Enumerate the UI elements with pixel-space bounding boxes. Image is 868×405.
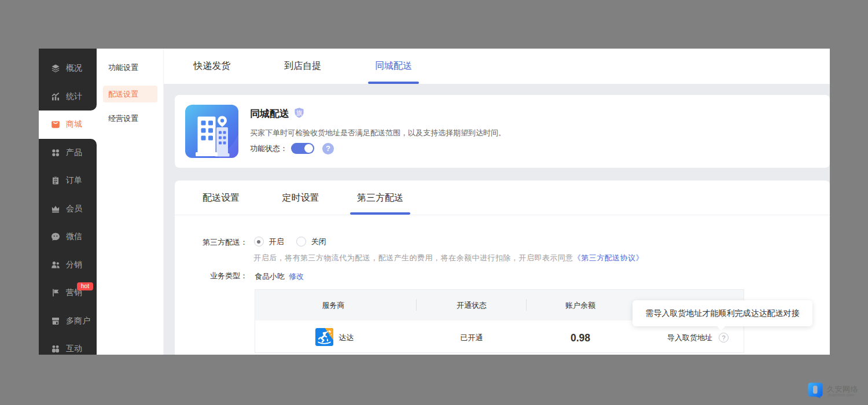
svg-text:旗: 旗: [296, 109, 303, 116]
